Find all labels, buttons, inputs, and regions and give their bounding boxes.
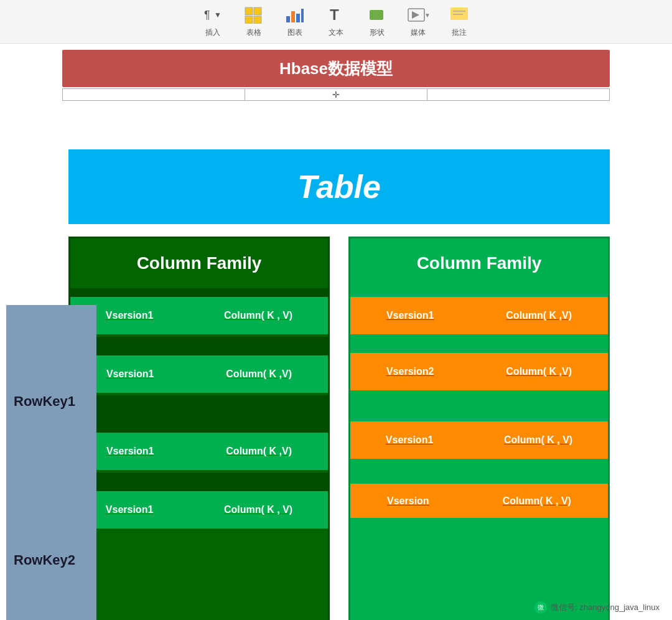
divider-cell-3 [427,89,609,100]
right-cf-header: Column Family [350,238,608,288]
right-separator-2 [350,334,608,353]
right-separator-3 [350,390,608,421]
left-column-family: Column Family Vsersion1 Column( K , V) V… [68,237,330,620]
table-label: Table [297,168,381,205]
annotation-icon [448,5,470,25]
text-icon: T [325,5,347,25]
right-r1-column: Column( K ,V) [506,310,572,321]
svg-text:▼: ▼ [214,11,222,19]
right-separator-1 [350,288,608,297]
right-r2-column: Column( K ,V) [506,366,572,377]
left-separator-3 [70,395,328,433]
left-r4-column: Column( K , V) [224,504,292,515]
rowkey2-block: RowKey2 [6,498,96,620]
rowkey2-label: RowKey2 [14,552,75,568]
svg-rect-15 [450,7,468,20]
right-row-4: Vsersion Column( K , V) [350,484,608,518]
svg-rect-4 [245,16,253,24]
media-label: 媒体 [411,27,426,38]
right-separator-4 [350,459,608,484]
shape-icon [366,5,388,25]
svg-marker-13 [412,11,419,19]
toolbar-insert[interactable]: ¶ ▼ 插入 [202,5,224,38]
table-icon [243,5,265,25]
right-row-3: Vsersion1 Column( K , V) [350,421,608,459]
left-separator-4 [70,472,328,491]
svg-rect-6 [286,16,290,22]
header-title: Hbase数据模型 [279,58,393,80]
left-row-2: Vsersion1 Column( K ,V) [70,355,328,393]
divider-plus: ✛ [332,90,340,100]
chart-icon [284,5,306,25]
left-r2-version: Vsersion1 [106,369,154,380]
watermark-text: 微信号: zhangyong_java_linux [551,602,660,613]
toolbar-annotation[interactable]: 批注 [448,5,470,38]
table-divider: ✛ [62,88,610,101]
right-row-2: Vsersion2 Column( K ,V) [350,353,608,390]
watermark: 微 微信号: zhangyong_java_linux [534,601,660,614]
left-r2-column: Column( K ,V) [226,369,292,380]
toolbar-shape[interactable]: 形状 [366,5,388,38]
annotation-label: 批注 [452,27,467,38]
toolbar-text[interactable]: T 文本 [325,5,347,38]
left-cf-header: Column Family [70,238,328,288]
table-box: Table [68,149,610,224]
toolbar-chart[interactable]: 图表 [284,5,306,38]
svg-rect-7 [291,11,295,22]
left-separator-2 [70,337,328,355]
right-row-1: Vsersion1 Column( K ,V) [350,297,608,334]
divider-cell-1 [63,89,245,100]
insert-icon: ¶ ▼ [202,5,224,25]
shape-label: 形状 [370,27,385,38]
left-row-1: Vsersion1 Column( K , V) [70,297,328,334]
rowkey1-block: RowKey1 [6,305,96,498]
right-cf-title: Column Family [417,253,542,273]
svg-rect-8 [296,14,300,22]
right-r2-version: Vsersion2 [386,366,434,377]
svg-rect-9 [301,9,304,22]
svg-rect-5 [254,16,261,24]
left-r3-version: Vsersion1 [106,446,154,457]
right-r3-column: Column( K , V) [504,434,572,446]
right-r3-version: Vsersion1 [386,434,433,446]
right-r4-column: Column( K , V) [503,496,571,507]
header-banner: Hbase数据模型 [62,50,610,87]
toolbar-table[interactable]: 表格 [243,5,265,38]
svg-rect-3 [254,7,261,15]
svg-text:T: T [330,6,339,23]
left-r1-column: Column( K , V) [224,310,292,321]
svg-text:▼: ▼ [424,12,429,19]
rowkey1-label: RowKey1 [14,393,75,410]
right-r1-version: Vsersion1 [386,310,434,321]
left-r3-column: Column( K ,V) [226,446,292,457]
divider-cell-2: ✛ [245,89,427,100]
table-label: 表格 [246,27,261,38]
text-label: 文本 [329,27,343,38]
left-row-3: Vsersion1 Column( K ,V) [70,433,328,470]
left-r4-version: Vsersion1 [106,504,153,515]
insert-label: 插入 [205,27,220,38]
svg-rect-11 [370,10,383,20]
toolbar-media[interactable]: ▼ 媒体 [407,5,429,38]
media-icon: ▼ [407,5,429,25]
left-separator-1 [70,288,328,297]
chart-label: 图表 [287,27,302,38]
toolbar: ¶ ▼ 插入 表格 图表 [0,0,672,44]
left-r1-version: Vsersion1 [106,310,153,321]
main-content: Hbase数据模型 ✛ Table RowKey1 RowKey2 Column… [0,44,672,620]
right-r4-version: Vsersion [387,496,429,507]
svg-text:¶: ¶ [204,9,210,21]
wechat-icon: 微 [534,601,547,614]
wechat-icon-text: 微 [538,603,544,612]
right-column-family: Column Family Vsersion1 Column( K ,V) Vs… [348,237,610,620]
left-row-4: Vsersion1 Column( K , V) [70,491,328,528]
left-cf-title: Column Family [137,253,262,273]
svg-rect-2 [245,7,253,15]
